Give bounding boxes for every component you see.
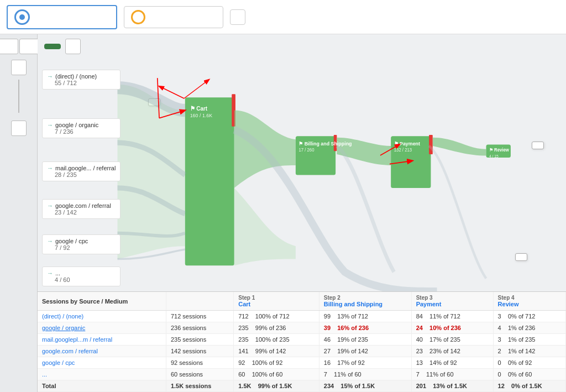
main-content: ⚑ Cart 160 / 1.6K ⚑ Billing and Shipping… (0, 34, 566, 392)
row-s4-0: 3 0% of 712 (493, 311, 565, 322)
source-vals-4: 7 / 92 (55, 244, 116, 251)
row-s2-2: 46 19% of 235 (319, 334, 411, 346)
row-sessions-4: 92 sessions (166, 357, 233, 369)
row-s1-0: 712 100% of 712 (234, 311, 319, 322)
source-boxes: → (direct) / (none) 55 / 712 → google / … (42, 70, 120, 286)
source-box-4[interactable]: → google / cpc 7 / 92 (42, 234, 120, 254)
th-sessions (166, 292, 233, 311)
left-panel (0, 34, 38, 392)
row-s2-3: 27 19% of 142 (319, 346, 411, 357)
svg-rect-5 (429, 135, 433, 154)
source-box-0[interactable]: → (direct) / (none) 55 / 712 (42, 70, 120, 90)
zoom-in-button[interactable] (11, 60, 27, 75)
row-s4-2: 3 1% of 235 (493, 334, 565, 346)
row-source-6: Total (38, 380, 166, 392)
row-s1-5: 60 100% of 60 (234, 369, 319, 380)
row-s4-3: 2 1% of 142 (493, 346, 565, 357)
segment-canada[interactable] (124, 6, 223, 28)
row-s4-4: 0 0% of 92 (493, 357, 565, 369)
row-sessions-6: 1.5K sessions (166, 380, 233, 392)
row-s2-4: 16 17% of 92 (319, 357, 411, 369)
top-bar (0, 0, 566, 34)
source-box-5[interactable]: → ... 4 / 60 (42, 266, 120, 286)
source-box-1[interactable]: → google / organic 7 / 236 (42, 118, 120, 138)
source-vals-2: 28 / 235 (55, 171, 116, 178)
th-step4: Step 4Review (493, 292, 565, 311)
th-step3: Step 3Payment (411, 292, 493, 311)
source-box-3[interactable]: → google.com / referral 23 / 142 (42, 199, 120, 219)
svg-text:160 / 1.6K: 160 / 1.6K (190, 113, 212, 118)
row-source-5[interactable]: ... (38, 369, 166, 380)
th-step1: Step 1Cart (234, 292, 319, 311)
svg-text:4 / 15: 4 / 15 (489, 154, 499, 158)
row-sessions-3: 142 sessions (166, 346, 233, 357)
center-area: ⚑ Cart 160 / 1.6K ⚑ Billing and Shipping… (38, 34, 566, 392)
row-s4-1: 4 1% of 236 (493, 322, 565, 334)
row-s2-1: 39 16% of 236 (319, 322, 411, 334)
row-s3-6: 201 13% of 1.5K (411, 380, 493, 392)
source-name-2: → mail.google... / referral (47, 165, 116, 171)
data-table-container: Sessions by Source / Medium Step 1Cart S… (38, 291, 566, 392)
source-vals-5: 4 / 60 (55, 276, 116, 283)
svg-text:⚑ Cart: ⚑ Cart (190, 105, 208, 111)
row-s4-6: 12 0% of 1.5K (493, 380, 565, 392)
settings-button[interactable] (65, 39, 81, 54)
source-name-3: → google.com / referral (47, 202, 116, 209)
svg-text:132 / 213: 132 / 213 (394, 148, 412, 153)
row-s3-1: 24 10% of 236 (411, 322, 493, 334)
row-sessions-5: 60 sessions (166, 369, 233, 380)
toolbar (38, 34, 566, 59)
row-sessions-0: 712 sessions (166, 311, 233, 322)
svg-text:17 / 260: 17 / 260 (298, 148, 315, 153)
row-source-1[interactable]: google / organic (38, 322, 166, 334)
row-sessions-2: 235 sessions (166, 334, 233, 346)
row-source-3[interactable]: google.com / referral (38, 346, 166, 357)
back-nav-button[interactable] (0, 39, 18, 54)
row-s3-2: 40 17% of 235 (411, 334, 493, 346)
row-s2-0: 99 13% of 712 (319, 311, 411, 322)
source-name-0: → (direct) / (none) (47, 73, 116, 80)
zoom-out-button[interactable] (11, 121, 27, 136)
row-s3-0: 84 11% of 712 (411, 311, 493, 322)
svg-text:⚑ Review: ⚑ Review (489, 148, 510, 153)
source-vals-0: 55 / 712 (55, 80, 116, 86)
row-s3-3: 23 23% of 142 (411, 346, 493, 357)
source-name-1: → google / organic (47, 122, 116, 128)
row-s2-6: 234 15% of 1.5K (319, 380, 411, 392)
row-s2-5: 7 11% of 60 (319, 369, 411, 380)
svg-text:⚑ Billing and Shipping: ⚑ Billing and Shipping (298, 141, 352, 147)
add-segment-button[interactable] (230, 9, 245, 25)
source-box-2[interactable]: → mail.google... / referral 28 / 235 (42, 161, 120, 181)
row-s1-2: 235 100% of 235 (234, 334, 319, 346)
us-circle-icon (14, 9, 30, 25)
segment-us[interactable] (7, 5, 117, 29)
row-s1-6: 1.5K 99% of 1.5K (234, 380, 319, 392)
source-name-4: → google / cpc (47, 238, 116, 244)
source-medium-dropdown[interactable] (44, 44, 61, 49)
row-s1-1: 235 99% of 236 (234, 322, 319, 334)
row-s4-5: 0 0% of 60 (493, 369, 565, 380)
source-vals-1: 7 / 236 (55, 128, 116, 135)
svg-rect-0 (185, 97, 234, 265)
canada-circle-icon (131, 10, 145, 24)
svg-text:⚑ Payment: ⚑ Payment (394, 141, 420, 147)
row-s3-4: 13 14% of 92 (411, 357, 493, 369)
funnel-area: ⚑ Cart 160 / 1.6K ⚑ Billing and Shipping… (38, 59, 566, 291)
row-source-0[interactable]: (direct) / (none) (38, 311, 166, 322)
source-vals-3: 23 / 142 (55, 209, 116, 216)
row-source-2[interactable]: mail.googlepl...m / referral (38, 334, 166, 346)
th-step2: Step 2Billing and Shipping (319, 292, 411, 311)
row-s1-4: 92 100% of 92 (234, 357, 319, 369)
row-s1-3: 141 99% of 142 (234, 346, 319, 357)
source-name-5: → ... (47, 270, 116, 276)
home-nav-button[interactable] (19, 39, 39, 54)
funnel-table: Sessions by Source / Medium Step 1Cart S… (38, 292, 566, 392)
th-source: Sessions by Source / Medium (38, 292, 166, 311)
row-s3-5: 7 11% of 60 (411, 369, 493, 380)
row-source-4[interactable]: google / cpc (38, 357, 166, 369)
row-sessions-1: 236 sessions (166, 322, 233, 334)
